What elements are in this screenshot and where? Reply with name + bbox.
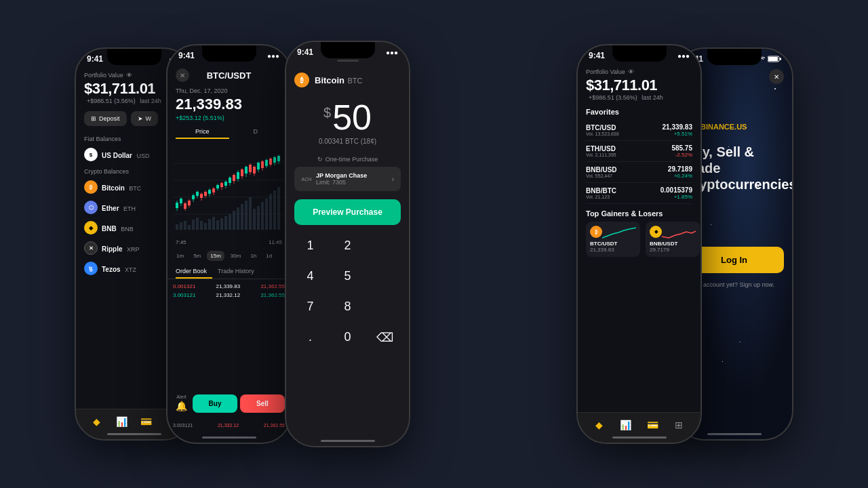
svg-rect-15 <box>220 218 223 230</box>
numpad-5[interactable]: 5 <box>329 261 366 291</box>
binance-brand-name: BINANCE.US <box>701 123 747 131</box>
fav-change-btc: +5.51% <box>663 131 693 137</box>
fav-row-btc[interactable]: BTC/USD Vol. 13,523,838 21,339.83 +5.51% <box>586 120 692 141</box>
phones-container: 9:41 ●●● Portfolio Value 👁 $31,711.01 +$… <box>61 14 807 474</box>
amount-display: $ 50 0.00341 BTC (18¢) <box>286 93 409 152</box>
svg-rect-27 <box>269 194 272 230</box>
tf-1d[interactable]: 1d <box>262 251 275 261</box>
tf-15m[interactable]: 15m <box>207 251 224 261</box>
tab-trade-history[interactable]: Trade History <box>218 265 260 279</box>
time-label-start: 7:45 <box>176 239 186 245</box>
portfolio-section-4: Portfolio Value 👁 $31,711.01 +$986.51 (3… <box>578 63 701 257</box>
svg-rect-28 <box>273 190 276 230</box>
svg-rect-10 <box>200 221 203 230</box>
numpad-dot[interactable]: . <box>292 322 329 353</box>
numpad-8[interactable]: 8 <box>329 291 366 322</box>
drag-handle <box>337 60 359 62</box>
gainer-bnb-icon: ◆ <box>650 226 662 238</box>
tf-30m[interactable]: 30m <box>227 251 245 261</box>
bell-icon[interactable]: 🔔 <box>176 401 187 411</box>
gainer-btc-icon: ₿ <box>590 226 602 238</box>
close-chart-button[interactable]: ✕ <box>176 68 189 82</box>
svg-rect-29 <box>277 187 280 230</box>
nav-chart-icon[interactable]: 📊 <box>115 415 128 428</box>
status-icons-3: ●●● <box>386 49 398 56</box>
svg-rect-53 <box>265 160 268 166</box>
btc-icon: ₿ <box>84 180 98 194</box>
deposit-button[interactable]: ⊞ Deposit <box>84 111 127 126</box>
notch-5 <box>707 49 762 65</box>
eye-icon-4: 👁 <box>628 68 634 75</box>
price-tab-depth[interactable]: D <box>229 125 283 139</box>
numpad-0[interactable]: 0 <box>329 322 366 353</box>
svg-rect-57 <box>277 156 280 161</box>
nav-wallet-icon[interactable]: 💳 <box>140 415 153 428</box>
nav-chart-icon-4[interactable]: 📊 <box>619 418 633 432</box>
chevron-right-icon: › <box>392 176 394 183</box>
price-tab-price[interactable]: Price <box>176 125 229 139</box>
phone-portfolio-2: 9:41 ●●● Portfolio Value 👁 $31,711.01 +$… <box>576 44 702 444</box>
tab-order-book[interactable]: Order Book <box>176 265 212 279</box>
gainer-card-bnb[interactable]: ◆ BNB/USDT 29.7179 <box>646 222 700 257</box>
time-labels: 7:45 11:45 <box>167 238 290 247</box>
fav-row-bnbbtc[interactable]: BNB/BTC Vol. 21,123 0.0015379 +1.85% <box>586 183 692 204</box>
fav-pair-bnbusd: BNB/USD <box>586 166 617 174</box>
svg-rect-6 <box>184 221 186 230</box>
gainer-card-btc[interactable]: ₿ BTC/USDT 21,339.83 <box>586 222 640 257</box>
bnb-ticker: BNB <box>121 226 134 232</box>
tf-5m[interactable]: 5m <box>190 251 204 261</box>
nav-binance-icon-4[interactable]: ◆ <box>593 418 606 432</box>
btc-sparkline <box>602 226 636 239</box>
binance-close-button[interactable]: ✕ <box>769 69 784 84</box>
xrp-ticker: XRP <box>127 246 140 253</box>
numpad-backspace[interactable]: ⌫ <box>366 322 403 353</box>
fav-price-bnbusd: 29.7189 <box>668 165 692 173</box>
gainer-price-bnb: 29.7179 <box>650 247 696 253</box>
recurring-toggle[interactable]: ↻ One-time Purchase <box>286 156 409 163</box>
notch <box>107 49 161 65</box>
buy-button[interactable]: Buy <box>193 394 237 413</box>
svg-rect-61 <box>188 201 191 205</box>
nav-home-icon[interactable]: ◆ <box>90 415 103 428</box>
xrp-icon: ✕ <box>84 241 98 255</box>
sell-button[interactable]: Sell <box>240 394 285 413</box>
fav-pair-bnbbtc: BNB/BTC <box>586 187 616 195</box>
tf-1m[interactable]: 1m <box>173 251 187 261</box>
numpad-7[interactable]: 7 <box>292 291 329 322</box>
tf-1h[interactable]: 1h <box>247 251 260 261</box>
numpad: 1 2 3 4 5 6 7 8 9 . 0 ⌫ <box>286 230 409 353</box>
gainer-pair-btc: BTC/USDT <box>590 241 636 247</box>
notch-2 <box>202 45 256 62</box>
fav-row-eth[interactable]: ETH/USD Vol. 2,111,395 585.75 -2.52% <box>586 141 692 162</box>
payment-method-row[interactable]: ACH JP Morgan Chase Limit: 7305 › <box>294 167 401 191</box>
fav-row-bnbusd[interactable]: BNB/USD Vol. 552,447 29.7189 +0.24% <box>586 162 692 183</box>
portfolio-label-4: Portfolio Value 👁 <box>586 68 692 75</box>
home-indicator-3 <box>321 440 375 442</box>
bnb-name: BNB <box>102 225 117 232</box>
numpad-1[interactable]: 1 <box>292 230 329 261</box>
nav-wallet-icon-4[interactable]: 💳 <box>646 418 659 432</box>
btc-buy-icon: ₿ <box>294 73 309 87</box>
preview-purchase-button[interactable]: Preview Purchase <box>294 199 401 225</box>
svg-rect-18 <box>233 211 235 230</box>
svg-rect-59 <box>184 203 186 209</box>
phone-buy-btc: 9:41 ●●● ₿ Bitcoin BTC $ 50 0. <box>285 41 410 447</box>
numpad-2[interactable]: 2 <box>329 230 366 261</box>
svg-rect-31 <box>176 203 178 208</box>
svg-rect-35 <box>192 195 195 199</box>
svg-rect-26 <box>265 199 268 230</box>
buy-header: ₿ Bitcoin BTC <box>286 67 409 93</box>
btc-ticker: BTC <box>129 185 141 192</box>
gainer-price-btc: 21,339.83 <box>590 247 636 253</box>
nav-more-icon-4[interactable]: ⊞ <box>672 418 686 432</box>
fav-vol-bnbbtc: Vol. 21,123 <box>586 195 616 199</box>
favorites-label: Favorites <box>586 108 692 116</box>
notch-4 <box>612 45 667 62</box>
bnb-sparkline <box>662 226 696 239</box>
numpad-4[interactable]: 4 <box>292 261 329 291</box>
fav-change-eth: -2.52% <box>671 152 692 158</box>
svg-rect-39 <box>208 190 211 194</box>
withdraw-button[interactable]: ➤ W <box>131 111 159 126</box>
bottom-order-values: 3.003121 21,332.12 21,362.55 <box>167 423 290 428</box>
svg-rect-45 <box>229 178 231 183</box>
